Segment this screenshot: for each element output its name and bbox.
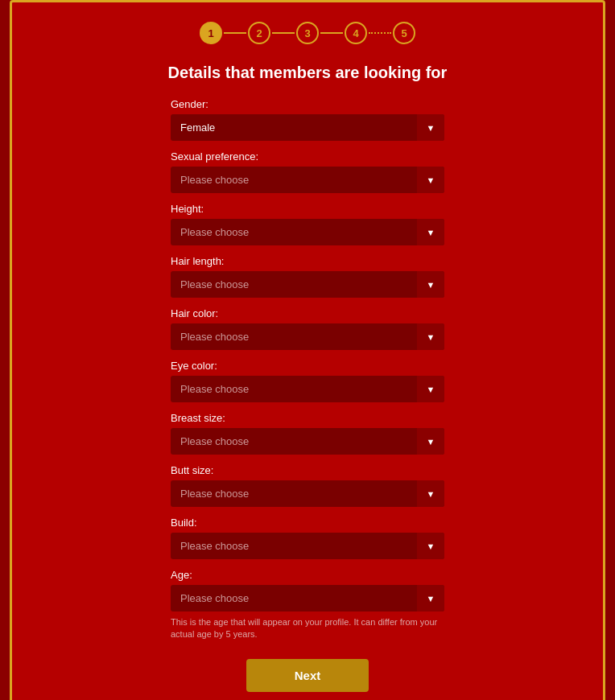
page-title: Details that members are looking for [168,64,448,82]
main-container: 1 2 3 4 5 Details that members are looki… [10,0,605,700]
age-label: Age: [171,569,444,581]
butt-size-wrapper: Please choose Small Medium Large [171,480,444,507]
build-wrapper: Please choose Slim Average Athletic Curv… [171,533,444,559]
step-1: 1 [200,22,222,44]
gender-label: Gender: [171,98,444,110]
hair-color-wrapper: Please choose Blonde Brunette Black Red [171,323,444,350]
eye-color-label: Eye color: [171,360,444,372]
gender-wrapper: Female Male [171,114,444,141]
breast-size-select[interactable]: Please choose Small Medium Large [171,428,444,455]
sexual-preference-label: Sexual preference: [171,150,444,163]
build-select[interactable]: Please choose Slim Average Athletic Curv… [171,533,444,559]
step-line-2-3 [272,32,295,34]
height-select[interactable]: Please choose Short Medium Tall [171,219,444,245]
hair-color-select[interactable]: Please choose Blonde Brunette Black Red [171,323,444,350]
butt-size-label: Butt size: [171,464,444,476]
form-container: Gender: Female Male Sexual preference: P… [171,98,444,692]
build-label: Build: [171,517,444,529]
gender-select[interactable]: Female Male [171,114,444,141]
height-label: Height: [171,203,444,215]
age-hint-text: This is the age that will appear on your… [171,616,444,641]
step-3: 3 [296,22,319,44]
step-indicator: 1 2 3 4 5 [200,22,415,44]
sexual-preference-wrapper: Please choose Heterosexual Homosexual Bi… [171,167,444,193]
age-wrapper: Please choose 18-25 26-35 36-45 46-55 56… [171,585,444,611]
age-select[interactable]: Please choose 18-25 26-35 36-45 46-55 56… [171,585,444,611]
step-4: 4 [345,22,367,44]
breast-size-label: Breast size: [171,412,444,424]
step-line-3-4 [320,32,343,34]
breast-size-wrapper: Please choose Small Medium Large [171,428,444,455]
step-line-4-5 [369,32,391,34]
step-2: 2 [248,22,270,44]
butt-size-select[interactable]: Please choose Small Medium Large [171,480,444,507]
eye-color-wrapper: Please choose Blue Green Brown Hazel [171,376,444,402]
hair-length-label: Hair length: [171,255,444,267]
hair-length-select[interactable]: Please choose Short Medium Long [171,271,444,298]
hair-length-wrapper: Please choose Short Medium Long [171,271,444,298]
height-wrapper: Please choose Short Medium Tall [171,219,444,245]
sexual-preference-select[interactable]: Please choose Heterosexual Homosexual Bi… [171,167,444,193]
next-button[interactable]: Next [246,659,369,692]
step-5: 5 [393,22,415,44]
step-line-1-2 [224,32,246,34]
eye-color-select[interactable]: Please choose Blue Green Brown Hazel [171,376,444,402]
hair-color-label: Hair color: [171,307,444,319]
